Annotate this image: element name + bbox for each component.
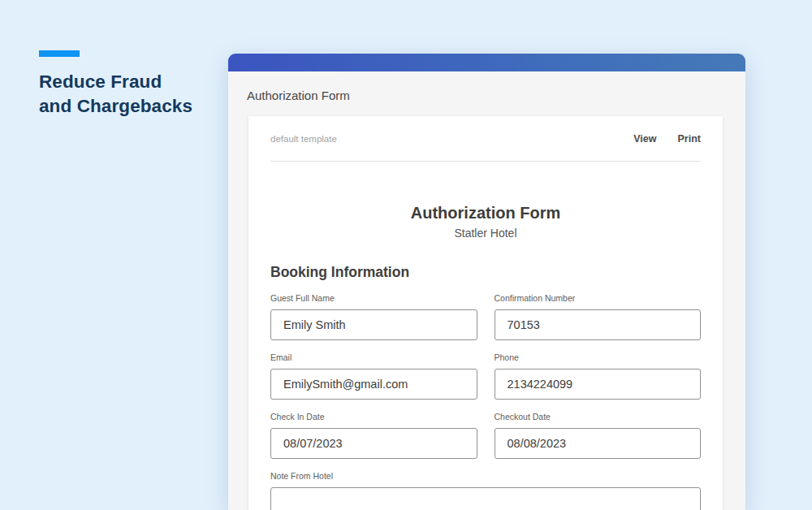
email-label: Email — [270, 353, 477, 362]
card-actions: View Print — [633, 133, 701, 145]
card-header: default template View Print — [270, 116, 701, 162]
app-window: Authorization Form default template View… — [228, 54, 745, 510]
window-title: Authorization Form — [228, 71, 745, 102]
field-email: Email — [270, 353, 477, 400]
note-from-hotel-label: Note From Hotel — [270, 472, 701, 481]
card-body: default template View Print Authorizatio… — [248, 116, 723, 510]
checkout-date-input[interactable] — [495, 428, 702, 459]
view-button[interactable]: View — [633, 133, 656, 145]
form-subtitle: Statler Hotel — [270, 227, 701, 240]
field-guest-full-name: Guest Full Name — [270, 294, 477, 340]
hero-title-line2: and Chargebacks — [39, 96, 192, 116]
hero-title-line1: Reduce Fraud — [39, 71, 162, 92]
window-titlebar — [228, 54, 745, 71]
check-in-date-input[interactable] — [270, 428, 477, 459]
field-checkout-date: Checkout Date — [495, 413, 702, 459]
section-title-booking-information: Booking Information — [270, 264, 701, 280]
field-note-from-hotel: Note From Hotel — [270, 472, 701, 510]
checkout-date-label: Checkout Date — [495, 413, 702, 421]
booking-form-grid: Guest Full Name Confirmation Number Emai… — [270, 294, 701, 510]
check-in-date-label: Check In Date — [270, 413, 477, 421]
print-button[interactable]: Print — [678, 133, 701, 145]
template-label: default template — [270, 134, 337, 144]
confirmation-number-label: Confirmation Number — [495, 294, 702, 303]
form-title: Authorization Form — [270, 204, 701, 222]
phone-input[interactable] — [495, 369, 702, 400]
field-check-in-date: Check In Date — [270, 413, 477, 459]
guest-full-name-input[interactable] — [270, 309, 477, 340]
confirmation-number-input[interactable] — [495, 309, 702, 340]
authorization-form-card: default template View Print Authorizatio… — [248, 116, 723, 510]
guest-full-name-label: Guest Full Name — [270, 294, 477, 303]
field-confirmation-number: Confirmation Number — [495, 294, 702, 340]
email-input[interactable] — [270, 369, 477, 400]
accent-dash — [39, 50, 80, 57]
phone-label: Phone — [495, 353, 702, 362]
field-phone: Phone — [495, 353, 702, 400]
hero-title: Reduce Fraud and Chargebacks — [39, 70, 226, 119]
note-from-hotel-input[interactable] — [270, 487, 701, 510]
